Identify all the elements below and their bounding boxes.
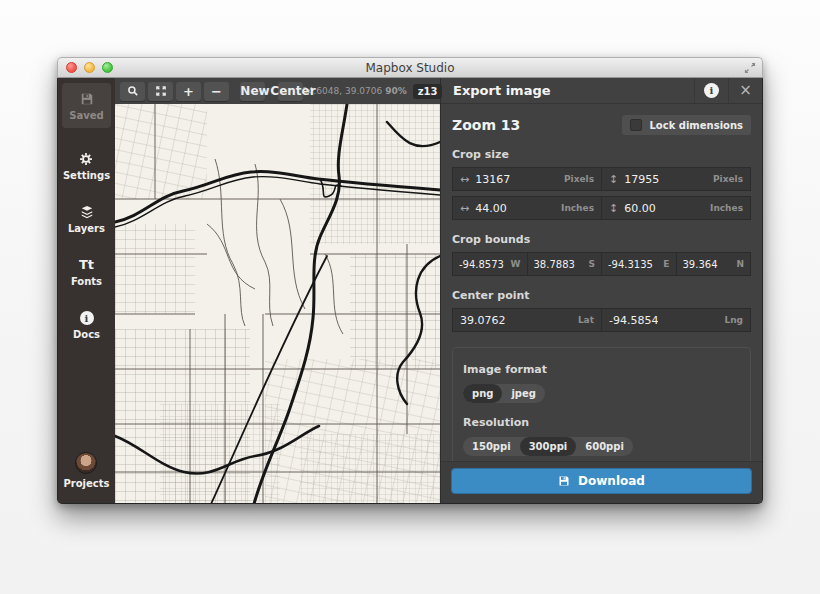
lock-dimensions-label: Lock dimensions xyxy=(649,120,743,131)
center-point-heading: Center point xyxy=(452,289,751,302)
gear-icon xyxy=(79,152,93,166)
unit-label: W xyxy=(507,259,521,269)
traffic-lights xyxy=(66,62,113,73)
close-icon: × xyxy=(739,83,752,98)
format-option-jpeg[interactable]: jpeg xyxy=(502,384,545,403)
unit-label: Inches xyxy=(706,203,743,213)
map-canvas[interactable] xyxy=(115,104,440,503)
crop-size-heading: Crop size xyxy=(452,148,751,161)
width-inches-input[interactable]: ↔ 44.00 Inches xyxy=(453,197,601,219)
desktop-background: Mapbox Studio Saved xyxy=(0,0,820,594)
center-button-label: Center xyxy=(270,84,315,98)
height-inches-value: 60.00 xyxy=(624,202,656,215)
sidebar-item-label: Projects xyxy=(63,478,109,489)
sidebar-item-saved[interactable]: Saved xyxy=(62,83,111,128)
width-inches-value: 44.00 xyxy=(475,202,507,215)
lock-dimensions-checkbox[interactable] xyxy=(630,119,642,131)
street-map xyxy=(115,104,440,503)
zoom-out-button[interactable]: − xyxy=(204,82,229,101)
zoom-window-button[interactable] xyxy=(102,62,113,73)
crop-bounds-row: -94.8573 W 38.7883 S -94.3135 E 39.364 xyxy=(452,252,751,276)
sidebar-item-label: Layers xyxy=(68,223,105,234)
sidebar: Saved Settings Layers Tt Fonts xyxy=(58,78,115,503)
search-button[interactable] xyxy=(120,82,145,101)
longitude-value: -94.5854 xyxy=(609,314,658,327)
vertical-arrow-icon: ↕ xyxy=(609,202,618,215)
west-value: -94.8573 xyxy=(459,259,504,270)
east-bound-input[interactable]: -94.3135 E xyxy=(602,253,676,275)
export-panel: Export image i × Zoom 13 xyxy=(440,78,762,503)
info-icon: i xyxy=(80,311,94,325)
resolution-option-150ppi[interactable]: 150ppi xyxy=(463,437,520,456)
avatar xyxy=(75,452,97,474)
sidebar-item-label: Settings xyxy=(63,170,110,181)
unit-label: S xyxy=(585,259,595,269)
sidebar-item-label: Docs xyxy=(73,329,100,340)
north-bound-input[interactable]: 39.364 N xyxy=(677,253,751,275)
resolution-heading: Resolution xyxy=(463,416,740,429)
panel-title: Export image xyxy=(441,83,551,98)
sidebar-item-layers[interactable]: Layers xyxy=(68,205,105,234)
east-value: -94.3135 xyxy=(608,259,653,270)
crop-bounds-heading: Crop bounds xyxy=(452,233,751,246)
export-panel-header: Export image i × xyxy=(441,78,762,104)
format-option-png[interactable]: png xyxy=(463,384,502,403)
south-bound-input[interactable]: 38.7883 S xyxy=(528,253,602,275)
latitude-value: 39.0762 xyxy=(460,314,506,327)
sidebar-item-docs[interactable]: i Docs xyxy=(73,311,100,340)
width-pixels-value: 13167 xyxy=(475,173,510,186)
width-pixels-input[interactable]: ↔ 13167 Pixels xyxy=(453,168,601,190)
export-close-button[interactable]: × xyxy=(728,78,762,103)
close-window-button[interactable] xyxy=(66,62,77,73)
height-inches-input[interactable]: ↕ 60.00 Inches xyxy=(602,197,750,219)
resolution-option-600ppi[interactable]: 600ppi xyxy=(576,437,633,456)
west-bound-input[interactable]: -94.8573 W xyxy=(453,253,527,275)
unit-label: Pixels xyxy=(560,174,594,184)
sidebar-item-label: Saved xyxy=(69,110,103,121)
map-toolbar: + − New Center 94.6048, 39.0706 90% z13 xyxy=(115,78,440,104)
download-button-label: Download xyxy=(578,474,645,488)
expand-arrows-icon xyxy=(155,85,167,97)
resolution-option-300ppi[interactable]: 300ppi xyxy=(520,437,577,456)
zoom-level-badge: z13 xyxy=(413,84,443,99)
unit-label: Inches xyxy=(557,203,594,213)
fit-bounds-button[interactable] xyxy=(148,82,173,101)
sidebar-item-fonts[interactable]: Tt Fonts xyxy=(71,258,102,287)
zoom-percentage: 90% xyxy=(385,86,407,96)
sidebar-item-projects[interactable]: Projects xyxy=(63,452,109,489)
latitude-input[interactable]: 39.0762 Lat xyxy=(453,309,601,331)
horizontal-arrow-icon: ↔ xyxy=(460,173,469,186)
zoom-level-label: Zoom 13 xyxy=(452,117,520,133)
format-options-box: Image format png jpeg Resolution 150ppi … xyxy=(452,347,751,470)
resolution-toggle: 150ppi 300ppi 600ppi xyxy=(463,437,633,456)
horizontal-arrow-icon: ↔ xyxy=(460,202,469,215)
sidebar-item-settings[interactable]: Settings xyxy=(63,152,110,181)
image-format-toggle: png jpeg xyxy=(463,384,545,403)
unit-label: E xyxy=(659,259,669,269)
center-point-row: 39.0762 Lat -94.5854 Lng xyxy=(452,308,751,332)
height-pixels-input[interactable]: ↕ 17955 Pixels xyxy=(602,168,750,190)
export-info-button[interactable]: i xyxy=(694,78,728,103)
unit-label: Lng xyxy=(720,315,743,325)
new-project-button[interactable]: New xyxy=(240,82,265,101)
height-pixels-value: 17955 xyxy=(624,173,659,186)
window-titlebar[interactable]: Mapbox Studio xyxy=(57,57,763,78)
south-value: 38.7883 xyxy=(534,259,575,270)
info-icon: i xyxy=(704,83,719,98)
vertical-arrow-icon: ↕ xyxy=(609,173,618,186)
center-button[interactable]: Center xyxy=(278,82,303,101)
lock-dimensions-toggle[interactable]: Lock dimensions xyxy=(622,115,751,135)
window-resize-icon[interactable] xyxy=(744,62,756,74)
unit-label: Pixels xyxy=(709,174,743,184)
app-window: Mapbox Studio Saved xyxy=(57,57,763,504)
minimize-window-button[interactable] xyxy=(84,62,95,73)
save-icon xyxy=(558,475,570,487)
image-format-heading: Image format xyxy=(463,363,740,376)
layers-icon xyxy=(80,205,94,219)
search-icon xyxy=(127,85,139,97)
download-button[interactable]: Download xyxy=(451,468,752,494)
longitude-input[interactable]: -94.5854 Lng xyxy=(602,309,750,331)
export-panel-footer: Download xyxy=(441,461,762,503)
zoom-in-button[interactable]: + xyxy=(176,82,201,101)
unit-label: Lat xyxy=(574,315,594,325)
